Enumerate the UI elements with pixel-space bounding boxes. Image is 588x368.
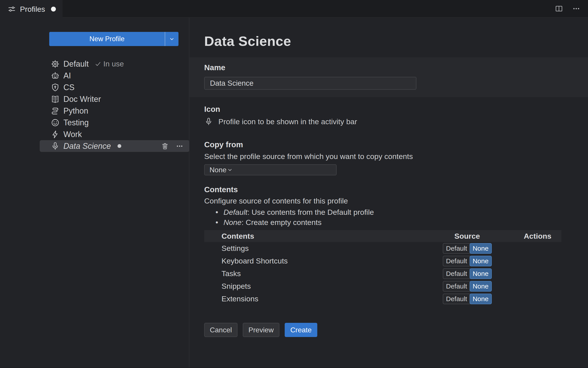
tab-profiles[interactable]: Profiles (0, 0, 63, 18)
content-row-label: Settings (204, 244, 431, 253)
profile-item-ai[interactable]: AI (40, 70, 189, 82)
source-none-button[interactable]: None (470, 256, 492, 266)
mic-icon (50, 141, 60, 151)
smiley-icon (50, 118, 60, 127)
source-default-button[interactable]: Default (443, 281, 470, 292)
mic-icon (204, 117, 213, 126)
profile-item-python[interactable]: Python (40, 105, 189, 117)
profiles-sidebar: New Profile Default In use AI CS (0, 18, 189, 368)
chevron-down-icon (169, 36, 175, 42)
modified-dot-icon (117, 144, 121, 148)
bullet-default: Default: Use contents from the Default p… (215, 207, 561, 217)
profile-name: Doc Writer (63, 94, 101, 104)
robot-icon (50, 71, 60, 80)
copy-from-value: None (210, 166, 227, 174)
chevron-down-icon (227, 166, 233, 173)
cancel-button[interactable]: Cancel (204, 323, 237, 337)
contents-table-row: Extensions Default None (204, 293, 561, 305)
contents-section: Contents Configure source of contents fo… (204, 185, 561, 305)
contents-description: Configure source of contents for this pr… (204, 197, 561, 205)
copy-from-section: Copy from Select the profile source from… (204, 140, 561, 175)
bullet-none: None: Create empty contents (215, 217, 561, 227)
content-row-label: Snippets (204, 282, 431, 291)
source-none-button[interactable]: None (470, 243, 492, 254)
profile-item-doc-writer[interactable]: Doc Writer (40, 93, 189, 105)
profile-name: Default (63, 59, 89, 69)
icon-section: Icon Profile icon to be shown in the act… (204, 105, 561, 127)
profile-name: Work (63, 130, 82, 139)
profile-item-data-science[interactable]: Data Science (40, 140, 189, 152)
source-toggle: Default None (443, 294, 492, 304)
source-toggle: Default None (443, 256, 492, 266)
contents-table-row: Tasks Default None (204, 267, 561, 280)
profile-name: AI (63, 71, 71, 80)
create-button[interactable]: Create (285, 323, 317, 337)
profile-item-cs[interactable]: CS (40, 82, 189, 93)
source-none-button[interactable]: None (470, 268, 492, 279)
in-use-badge: In use (95, 60, 124, 68)
delete-profile-icon[interactable] (161, 142, 169, 150)
preview-button[interactable]: Preview (243, 323, 279, 337)
profile-more-icon[interactable] (176, 142, 183, 150)
contents-bullets: Default: Use contents from the Default p… (204, 207, 561, 227)
source-none-button[interactable]: None (470, 281, 492, 292)
tab-label: Profiles (20, 5, 45, 13)
icon-label: Icon (204, 105, 561, 114)
footer-actions: Cancel Preview Create (204, 323, 561, 337)
profile-editor: Data Science Name Icon Profile icon to b… (189, 18, 588, 368)
icon-description: Profile icon to be shown in the activity… (218, 117, 357, 126)
contents-table-row: Settings Default None (204, 242, 561, 255)
name-section: Name (189, 57, 588, 97)
profile-item-default[interactable]: Default In use (40, 58, 189, 70)
page-title: Data Science (204, 33, 561, 49)
new-profile-dropdown-button[interactable] (165, 32, 178, 46)
more-actions-icon[interactable] (572, 4, 580, 13)
copy-from-select[interactable]: None (204, 164, 337, 175)
source-none-button[interactable]: None (470, 294, 492, 304)
snake-icon (50, 106, 60, 116)
zap-icon (50, 130, 60, 139)
source-toggle: Default None (443, 268, 492, 279)
profile-name: CS (63, 83, 75, 92)
profile-item-work[interactable]: Work (40, 129, 189, 140)
profile-name-input[interactable] (204, 77, 416, 90)
profile-name: Data Science (63, 141, 111, 151)
source-toggle: Default None (443, 281, 492, 292)
sliders-icon (8, 5, 16, 13)
source-default-button[interactable]: Default (443, 294, 470, 304)
editor-actions (555, 0, 588, 17)
content-row-label: Extensions (204, 294, 431, 303)
profile-name: Python (63, 106, 88, 116)
contents-table-row: Keyboard Shortcuts Default None (204, 255, 561, 267)
split-editor-icon[interactable] (555, 4, 563, 13)
book-icon (50, 94, 60, 104)
new-profile-split-button: New Profile (49, 32, 178, 46)
content-row-label: Tasks (204, 269, 431, 278)
source-default-button[interactable]: Default (443, 268, 470, 279)
source-default-button[interactable]: Default (443, 256, 470, 266)
source-toggle: Default None (443, 243, 492, 254)
contents-table-header: Contents Source Actions (204, 230, 561, 242)
profile-name: Testing (63, 118, 89, 127)
modified-dot-icon (51, 7, 56, 11)
contents-label: Contents (204, 185, 561, 194)
name-label: Name (204, 63, 561, 72)
check-icon (95, 60, 102, 67)
contents-table: Contents Source Actions Settings Default… (204, 230, 561, 305)
copy-from-description: Select the profile source from which you… (204, 152, 561, 161)
copy-from-label: Copy from (204, 140, 561, 149)
source-default-button[interactable]: Default (443, 243, 470, 254)
gear-icon (50, 59, 60, 69)
profile-icon-picker[interactable]: Profile icon to be shown in the activity… (204, 116, 561, 127)
content-row-label: Keyboard Shortcuts (204, 257, 431, 265)
contents-table-row: Snippets Default None (204, 280, 561, 293)
editor-tab-bar: Profiles (0, 0, 588, 18)
shield-icon (50, 83, 60, 92)
profiles-list: Default In use AI CS Doc Writer (0, 58, 189, 152)
new-profile-button[interactable]: New Profile (49, 32, 165, 46)
profile-item-testing[interactable]: Testing (40, 117, 189, 129)
